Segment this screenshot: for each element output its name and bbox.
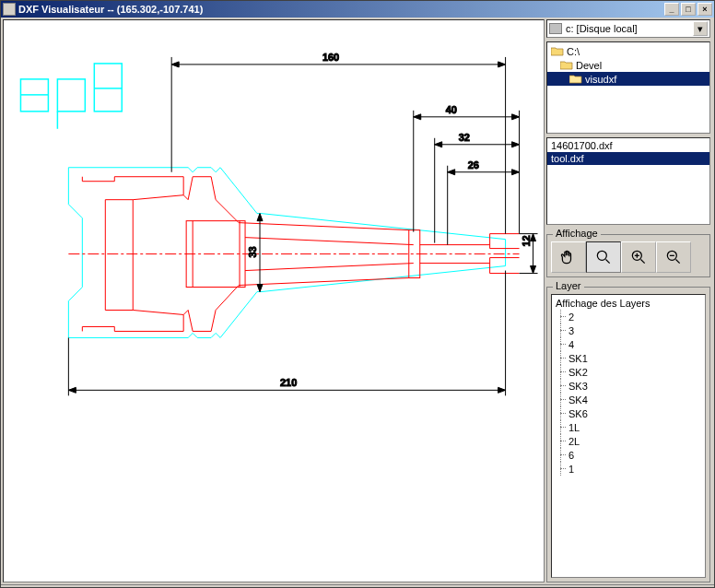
dir-item-label: C:\ — [567, 46, 580, 57]
svg-marker-58 — [512, 142, 520, 147]
maximize-button[interactable]: □ — [681, 3, 696, 16]
svg-line-35 — [245, 264, 414, 271]
svg-marker-52 — [414, 114, 421, 120]
affichage-group: Affichage — [546, 234, 710, 277]
drive-icon — [549, 23, 562, 34]
app-icon — [3, 3, 16, 16]
dim-160: 160 — [322, 52, 339, 63]
svg-rect-4 — [94, 64, 122, 112]
dim-12: 12 — [521, 235, 532, 246]
drive-combo[interactable]: c: [Disque local] ▾ — [546, 19, 710, 38]
dir-item-label: visudxf — [585, 74, 616, 85]
svg-marker-57 — [435, 142, 442, 147]
minimize-button[interactable]: _ — [664, 3, 679, 16]
svg-marker-61 — [448, 170, 455, 175]
dir-item-label: Devel — [576, 60, 602, 71]
layer-item-label: 1 — [567, 464, 574, 475]
svg-rect-2 — [57, 79, 85, 112]
drive-label: c: [Disque local] — [566, 23, 638, 34]
layer-item-label: 6 — [567, 450, 574, 461]
svg-line-16 — [188, 333, 193, 337]
zoom-button[interactable] — [586, 241, 621, 273]
layer-label: Layer — [553, 280, 584, 291]
directory-list[interactable]: C:\Develvisudxf — [546, 41, 710, 134]
svg-marker-73 — [68, 387, 76, 393]
layer-item[interactable]: 1 — [556, 462, 701, 476]
layer-item[interactable]: 3 — [556, 323, 701, 337]
layer-item[interactable]: SK1 — [556, 351, 701, 365]
svg-line-11 — [216, 168, 220, 172]
layer-item-label: 2L — [567, 436, 580, 447]
folder-open-icon — [569, 74, 582, 84]
layer-item[interactable]: SK4 — [556, 393, 701, 406]
layer-item-label: SK4 — [567, 394, 588, 406]
layer-item[interactable]: SK3 — [556, 379, 701, 393]
svg-line-14 — [262, 214, 506, 240]
svg-line-78 — [606, 260, 610, 264]
dir-item[interactable]: Devel — [547, 58, 709, 72]
folder-icon — [551, 46, 564, 56]
svg-line-19 — [211, 333, 216, 337]
svg-marker-74 — [498, 387, 506, 393]
layer-item[interactable]: SK6 — [556, 406, 701, 420]
file-list[interactable]: 14601700.dxftool.dxf — [546, 137, 710, 225]
svg-line-28 — [68, 288, 82, 301]
svg-line-84 — [676, 260, 680, 264]
body: 160 40 32 26 — [1, 18, 714, 584]
layer-item[interactable]: 6 — [556, 448, 701, 462]
svg-line-7 — [188, 168, 193, 172]
svg-marker-48 — [498, 62, 506, 67]
view-toolbar — [551, 241, 706, 273]
app-window: DXF Visualisateur -- (165.302,-107.741) … — [0, 0, 715, 588]
layer-item-label: 4 — [567, 339, 574, 350]
dxf-canvas[interactable]: 160 40 32 26 — [3, 19, 545, 582]
dim-40: 40 — [446, 104, 457, 115]
close-button[interactable]: × — [697, 3, 712, 16]
window-buttons: _ □ × — [664, 3, 712, 16]
layer-item-label: SK3 — [567, 381, 588, 392]
sidebar: c: [Disque local] ▾ C:\Develvisudxf 1460… — [546, 18, 714, 584]
layer-item[interactable]: 2 — [556, 310, 701, 323]
layer-item[interactable]: SK2 — [556, 365, 701, 379]
titlebar[interactable]: DXF Visualisateur -- (165.302,-107.741) … — [1, 1, 714, 18]
statusbar — [1, 584, 714, 587]
layer-group: Layer Affichage des Layers 234SK1SK2SK3S… — [546, 287, 710, 582]
svg-marker-70 — [257, 214, 263, 221]
layer-item-label: SK1 — [567, 353, 588, 364]
svg-point-77 — [597, 251, 606, 260]
layer-item-label: SK6 — [567, 408, 588, 419]
pan-button[interactable] — [551, 241, 586, 273]
zoom-in-button[interactable] — [621, 241, 656, 273]
svg-line-26 — [68, 205, 82, 218]
svg-marker-47 — [171, 62, 179, 67]
svg-line-10 — [211, 168, 216, 172]
svg-marker-62 — [512, 170, 520, 175]
layer-item-label: 3 — [567, 325, 574, 336]
affichage-label: Affichage — [553, 228, 601, 239]
dim-32: 32 — [459, 132, 470, 143]
folder-icon — [560, 60, 573, 70]
zoom-out-button[interactable] — [656, 241, 691, 273]
layer-item[interactable]: 1L — [556, 420, 701, 434]
layer-item[interactable]: 4 — [556, 337, 701, 351]
dir-item[interactable]: visudxf — [547, 72, 709, 86]
chevron-down-icon[interactable]: ▾ — [693, 21, 708, 36]
window-title: DXF Visualisateur -- (165.302,-107.741) — [18, 4, 664, 15]
dim-26: 26 — [468, 159, 479, 171]
file-item[interactable]: tool.dxf — [547, 152, 709, 165]
svg-line-17 — [193, 333, 197, 337]
dim-210: 210 — [280, 377, 297, 388]
svg-line-8 — [193, 168, 197, 172]
svg-line-80 — [641, 260, 645, 264]
layer-item-label: 2 — [567, 312, 574, 323]
layer-item[interactable]: 2L — [556, 434, 701, 448]
file-item[interactable]: 14601700.dxf — [547, 139, 709, 152]
svg-line-12 — [220, 168, 257, 214]
dir-item[interactable]: C:\ — [547, 44, 709, 58]
svg-line-34 — [245, 238, 414, 245]
dim-33: 33 — [247, 246, 258, 257]
layer-item-label: SK2 — [567, 367, 588, 378]
layer-tree[interactable]: Affichage des Layers 234SK1SK2SK3SK4SK61… — [551, 294, 706, 578]
layer-tree-root[interactable]: Affichage des Layers — [556, 297, 701, 310]
svg-marker-53 — [512, 114, 520, 120]
